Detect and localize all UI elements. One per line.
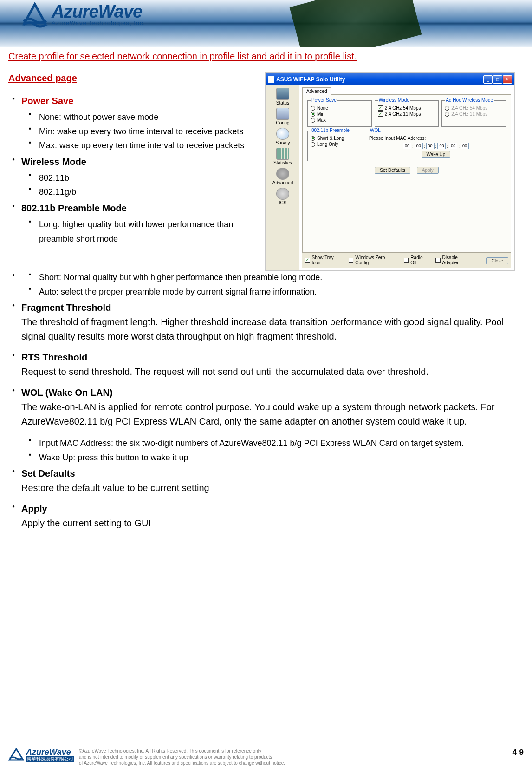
adhoc-54: 2.4 GHz 54 Mbps [445,105,503,111]
status-icon [276,88,289,100]
check-disable-adapter[interactable]: Disable Adapter [435,255,473,265]
advanced-page-heading: Advanced page [8,73,261,84]
mac-0[interactable]: 00 [403,143,411,149]
wol-input-mac: Input MAC Address: the six two-digit num… [28,436,514,451]
group-adhoc: Ad Hoc Wireless Mode 2.4 GHz 54 Mbps 2.4… [441,100,506,127]
footer-logo: AzureWave 海華科技股份有限公司 [8,748,74,762]
tab-advanced[interactable]: Advanced [302,87,331,95]
asus-wifi-dialog: ASUS WiFi-AP Solo Utility _ □ × Status C… [266,73,514,270]
minimize-button[interactable]: _ [483,75,493,84]
fragment-heading: Fragment Threshold [21,302,111,313]
preamble-short: Short: Normal quality but with higher pe… [28,270,514,285]
fragment-desc: The threshold of fragment length. Higher… [21,317,504,341]
adhoc-11: 2.4 GHz 11 Mbps [445,111,503,117]
group-title-adhoc: Ad Hoc Wireless Mode [445,98,494,103]
radio-short-long[interactable]: Short & Long [311,136,360,141]
check-radio-off[interactable]: Radio Off [404,255,429,265]
page-number: 4-9 [512,748,524,757]
intro-text: Create profile for selected network conn… [8,50,514,63]
group-title-preamble: 802.11b Preamble [311,128,350,133]
dialog-title: ASUS WiFi-AP Solo Utility [276,76,483,83]
power-save-heading: Power Save [21,96,73,106]
wol-heading: WOL (Wake On LAN) [21,387,113,398]
wireless-mode-gb: 802.11g/b [28,185,261,199]
dialog-bottom-bar: ✓Show Tray Icon Windows Zero Config Radi… [302,253,511,268]
wireless-mode-heading: Wireless Mode [21,157,86,167]
group-title-power-save: Power Save [311,98,337,103]
mac-1[interactable]: 00 [415,143,423,149]
mac-3[interactable]: 00 [437,143,446,149]
wake-up-button[interactable]: Wake Up [422,151,451,158]
radio-min[interactable]: Min [311,111,369,117]
radio-max[interactable]: Max [311,118,369,123]
mac-2[interactable]: 00 [426,143,435,149]
header-banner: AzureWave AzureWave Technologies, Inc. [0,0,532,47]
preamble-long: Long: higher quality but with lower perf… [28,217,261,246]
header-logo: AzureWave AzureWave Technologies, Inc. [21,2,145,28]
group-preamble: 802.11b Preamble Short & Long Long Only [307,131,363,161]
set-defaults-desc: Restore the default value to be current … [21,483,209,493]
advanced-icon [276,168,289,180]
footer-logo-sub: 海華科技股份有限公司 [26,756,74,762]
radio-none[interactable]: None [311,105,369,111]
power-save-min: Min: wake up every two time interval to … [28,124,261,139]
group-power-save: Power Save None Min Max [307,100,372,127]
maximize-button[interactable]: □ [493,75,502,84]
close-dialog-button[interactable]: Close [486,257,508,264]
logo-sub-text: AzureWave Technologies, Inc. [52,20,145,26]
mac-input-row: 00: 00: 00: 00: 00: 00 [369,143,503,149]
mac-4[interactable]: 00 [449,143,457,149]
set-defaults-button[interactable]: Set Defaults [375,167,410,174]
footer-logo-icon [8,748,24,762]
dialog-titlebar[interactable]: ASUS WiFi-AP Solo Utility _ □ × [266,73,514,85]
wol-desc: The wake-on-LAN is applied for remote co… [21,402,494,426]
check-show-tray[interactable]: ✓Show Tray Icon [305,255,342,265]
apply-desc: Apply the current setting to GUI [21,518,151,528]
apply-button[interactable]: Apply [417,167,439,174]
sidebar-config[interactable]: Config [276,108,290,125]
close-button[interactable]: × [503,75,512,84]
rts-heading: RTS Threshold [21,352,87,362]
mac-5[interactable]: 00 [461,143,469,149]
sidebar-ics[interactable]: ICS [276,188,289,205]
statistics-icon [276,148,289,160]
page-footer: AzureWave 海華科技股份有限公司 ©AzureWave Technolo… [0,746,532,773]
check-zero-config[interactable]: Windows Zero Config [349,255,397,265]
copyright-text: ©AzureWave Technologies, Inc. All Rights… [79,748,507,766]
radio-long-only[interactable]: Long Only [311,142,360,147]
ics-icon [276,188,289,200]
group-title-wol: WOL [369,128,382,133]
survey-icon [276,128,289,140]
wireless-mode-b: 802.11b [28,171,261,185]
chip-decoration [290,0,422,47]
logo-main-text: AzureWave [52,4,145,20]
sidebar-advanced[interactable]: Advanced [272,168,293,185]
footer-logo-main: AzureWave [26,748,74,756]
power-save-none: None: without power save mode [28,110,261,124]
preamble-heading: 802.11b Preamble Mode [21,203,127,213]
set-defaults-heading: Set Defaults [21,468,75,478]
config-icon [276,108,289,120]
power-save-max: Max: wake up every ten time interval to … [28,138,261,153]
group-title-wireless: Wireless Mode [378,98,410,103]
rts-desc: Request to send threshold. The request w… [21,367,428,377]
group-wireless-mode: Wireless Mode ✓2.4 GHz 54 Mbps ✓2.4 GHz … [375,100,439,127]
sidebar-status[interactable]: Status [276,88,289,105]
wol-label: Please Input MAC Address: [369,136,503,141]
sidebar-statistics[interactable]: Statistics [273,148,292,165]
preamble-auto: Auto: select the proper preamble mode by… [28,285,514,299]
check-54[interactable]: ✓2.4 GHz 54 Mbps [378,105,436,111]
azurewave-logo-icon [21,2,49,28]
check-11[interactable]: ✓2.4 GHz 11 Mbps [378,111,436,117]
apply-heading: Apply [21,504,47,514]
group-wol: WOL Please Input MAC Address: 00: 00: 00… [366,131,506,161]
dialog-app-icon [268,76,274,83]
dialog-sidebar: Status Config Survey Statistics Advanced… [266,85,299,270]
sidebar-survey[interactable]: Survey [275,128,290,145]
wol-wake-up: Wake Up: press this button to wake it up [28,451,514,465]
